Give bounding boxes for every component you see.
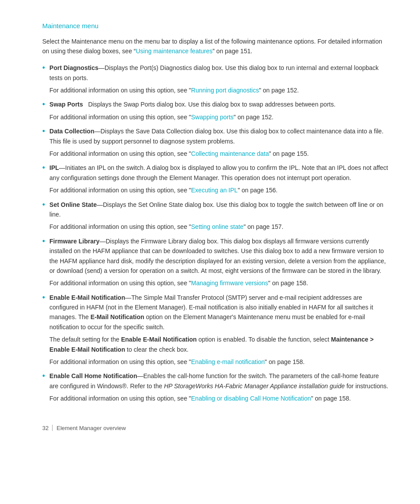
using-maintenance-features-link[interactable]: Using maintenance features [136,48,212,55]
bullet-text-port-diagnostics: Port Diagnostics—Displays the Port(s) Di… [49,63,388,83]
bullet-dot: • [42,99,45,110]
bullet-dot: • [42,370,45,382]
additional-firmware-library: For additional information on using this… [49,278,388,288]
footer-divider [52,425,53,431]
intro-suffix: ” on page 151. [213,48,252,55]
hafm-guide-italic: HP StorageWorks HA-Fabric Manager Applia… [164,383,345,390]
list-item-firmware-library: • Firmware Library—Displays the Firmware… [42,236,388,291]
bullet-text-swap-ports: Swap Ports Displays the Swap Ports dialo… [49,99,388,109]
term-data-collection: Data Collection [49,128,94,135]
term-swap-ports: Swap Ports [49,101,83,108]
section-title: Maintenance menu [42,21,388,31]
bullet-content-data-collection: Data Collection—Displays the Save Data C… [49,126,388,161]
page-number: 32 [42,424,48,433]
bullet-dot: • [42,125,45,137]
bullet-content-ipl: IPL—Initiates an IPL on the switch. A di… [49,163,388,198]
bullet-content-firmware-library: Firmware Library—Displays the Firmware L… [49,236,388,291]
bullet-text-data-collection: Data Collection—Displays the Save Data C… [49,126,388,146]
additional-port-diagnostics: For additional information on using this… [49,85,388,95]
bullet-content-swap-ports: Swap Ports Displays the Swap Ports dialo… [49,99,388,125]
additional-data-collection: For additional information on using this… [49,149,388,158]
bullet-text-enable-email: Enable E-Mail Notification—The Simple Ma… [49,293,388,332]
managing-firmware-versions-link[interactable]: Managing firmware versions [191,280,268,287]
bullet-list: • Port Diagnostics—Displays the Port(s) … [42,63,388,406]
term-port-diagnostics: Port Diagnostics [49,64,98,71]
page-footer: 32 Element Manager overview [42,424,388,433]
bullet-dot: • [42,62,45,74]
page-container: Maintenance menu Select the Maintenance … [0,0,420,504]
bullet-text-ipl: IPL—Initiates an IPL on the switch. A di… [49,163,388,183]
list-item-set-online-state: • Set Online State—Displays the Set Onli… [42,200,388,235]
bullet-content-enable-call-home: Enable Call Home Notification—Enables th… [49,371,388,406]
list-item-port-diagnostics: • Port Diagnostics—Displays the Port(s) … [42,63,388,98]
bullet-dot: • [42,162,45,174]
term-enable-call-home: Enable Call Home Notification [49,372,137,379]
list-item-enable-call-home: • Enable Call Home Notification—Enables … [42,371,388,406]
bullet-text-set-online-state: Set Online State—Displays the Set Online… [49,200,388,220]
enable-email-bold1: Enable E-Mail Notification [121,336,197,343]
bullet-dot: • [42,235,45,247]
additional-enable-call-home: For additional information on using this… [49,394,388,403]
term-enable-email: Enable E-Mail Notification [49,294,125,301]
bullet-dot: • [42,199,45,211]
bullet-content-port-diagnostics: Port Diagnostics—Displays the Port(s) Di… [49,63,388,98]
running-port-diagnostics-link[interactable]: Running port diagnostics [191,87,259,94]
list-item-enable-email: • Enable E-Mail Notification—The Simple … [42,293,388,370]
term-set-online-state: Set Online State [49,201,96,208]
footer-text: Element Manager overview [56,424,126,433]
setting-online-state-link[interactable]: Setting online state [191,223,243,230]
additional-ipl: For additional information on using this… [49,185,388,195]
additional-enable-email: For additional information on using this… [49,357,388,367]
email-notification-bold: E-Mail Notification [90,313,144,320]
intro-paragraph: Select the Maintenance menu on the menu … [42,37,388,56]
executing-ipl-link[interactable]: Executing an IPL [191,187,238,194]
bullet-content-enable-email: Enable E-Mail Notification—The Simple Ma… [49,293,388,370]
bullet-text-enable-call-home: Enable Call Home Notification—Enables th… [49,371,388,391]
bullet-dot: • [42,292,45,304]
email-paragraph2: The default setting for the Enable E-Mai… [49,335,388,354]
list-item-data-collection: • Data Collection—Displays the Save Data… [42,126,388,161]
bullet-content-set-online-state: Set Online State—Displays the Set Online… [49,200,388,235]
list-item-ipl: • IPL—Initiates an IPL on the switch. A … [42,163,388,198]
enabling-email-notification-link[interactable]: Enabling e-mail notification [191,358,265,365]
list-item-swap-ports: • Swap Ports Displays the Swap Ports dia… [42,99,388,125]
enable-email-bold2: Maintenance > Enable E-Mail Notification [49,336,373,353]
term-ipl: IPL [49,164,59,171]
additional-swap-ports: For additional information on using this… [49,112,388,122]
bullet-text-firmware-library: Firmware Library—Displays the Firmware L… [49,236,388,276]
collecting-maintenance-data-link[interactable]: Collecting maintenance data [191,150,269,157]
term-firmware-library: Firmware Library [49,238,99,245]
enabling-disabling-call-home-link[interactable]: Enabling or disabling Call Home Notifica… [191,395,311,402]
swapping-ports-link[interactable]: Swapping ports [191,114,234,121]
additional-set-online-state: For additional information on using this… [49,222,388,232]
